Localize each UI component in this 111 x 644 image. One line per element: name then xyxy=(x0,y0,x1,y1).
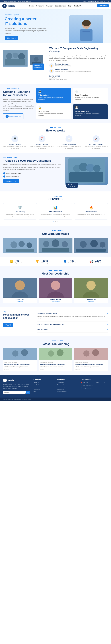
team-member-3-image xyxy=(74,278,108,298)
faq-item-2: How long should a business plan be? + xyxy=(37,322,108,327)
stat-support-text: World Class Support xyxy=(6,176,19,177)
nav-case-studies[interactable]: Case Studies ▾ xyxy=(55,5,66,7)
blog-post-1: March 1, 2023 · Company Consulted admitt… xyxy=(3,348,37,371)
nav-home[interactable]: Home xyxy=(30,5,34,7)
svg-point-3 xyxy=(82,20,91,26)
team-member-2: Adham Josam Project Manager xyxy=(39,278,72,303)
faq-label: FAQ xyxy=(3,311,34,312)
email-link[interactable]: info@example.com xyxy=(19,0,31,2)
firewall-icon: 🔥 xyxy=(76,206,106,210)
social-fb[interactable]: f xyxy=(104,0,105,2)
nav-services[interactable]: Services ▾ xyxy=(46,5,53,7)
step3-title: Receive Custom Plan xyxy=(57,144,81,145)
serv-firewall: 🔥 Firewall Advance Affiliated account fo… xyxy=(74,203,108,220)
stat-satisfaction-text: 100% Client Satisfaction xyxy=(6,173,21,174)
hero-start-button[interactable]: Start Now ➜ xyxy=(4,36,18,40)
connector2: → xyxy=(54,135,56,149)
faq-toggle-1[interactable]: − xyxy=(107,312,108,314)
address-icon: 📍 xyxy=(2,0,4,2)
team-member-3-info: Turbo Picala Marketing xyxy=(74,298,108,303)
social-in[interactable]: in xyxy=(108,0,109,2)
nav-blog[interactable]: Blog ▾ xyxy=(68,5,72,7)
location-icon: 📍 xyxy=(81,382,82,384)
stat-experts-label: Skilled Experts xyxy=(68,262,76,264)
footer-search-button[interactable]: Go xyxy=(26,390,30,394)
footer-about-text: Affiliated account for our regular custo… xyxy=(3,384,30,389)
logo-icon: T xyxy=(2,4,7,8)
footer-grid: T Tanda Affiliated account for our regul… xyxy=(3,378,108,394)
signature-role: Chairman of the board Team xyxy=(49,79,108,80)
team-member-2-name: Adham Josam xyxy=(40,299,71,300)
hero-person-image xyxy=(70,15,103,43)
logo[interactable]: T Tanda xyxy=(2,4,15,8)
company-profile-button[interactable]: Company Profile xyxy=(3,180,20,183)
svg-point-21 xyxy=(18,241,25,247)
services-label: WHAT WE DO xyxy=(3,195,108,197)
footer-search-input[interactable] xyxy=(3,390,26,394)
svg-rect-33 xyxy=(76,249,106,252)
footer-address-item: 📍 1234 Stonybrook Lane, Whitehaven, CA xyxy=(81,382,108,384)
social-tw[interactable]: t xyxy=(106,0,106,2)
footer-sol-consulting[interactable]: IT Consulting xyxy=(57,382,78,383)
team-member-3-role: Marketing xyxy=(76,300,107,302)
hero-title: Creating a better IT solutions xyxy=(4,16,66,26)
svg-point-48 xyxy=(21,349,28,356)
faq-title: Most common answer and question xyxy=(3,313,34,320)
dot-1[interactable] xyxy=(54,221,54,222)
dot-2[interactable] xyxy=(55,221,56,222)
feature-award-text: Award Ceremony Grow and scale our compan… xyxy=(55,69,92,72)
faq-question-2[interactable]: How long should a business plan be? + xyxy=(37,323,108,326)
case-image-2 xyxy=(38,238,72,253)
case-image-1 xyxy=(3,238,37,253)
faq-toggle-2[interactable]: + xyxy=(107,323,108,326)
serv-data-security-desc: Affiliated account for our regular custo… xyxy=(6,213,34,217)
footer-sol-cloud[interactable]: Cloud Solutions xyxy=(57,384,78,386)
footer-link-about[interactable]: About Us xyxy=(34,382,54,383)
services-left: WHY CHOOSE US Custom IT Solutions for Yo… xyxy=(3,88,34,119)
svg-point-20 xyxy=(10,242,17,248)
hero-description: Affiliated account for our regular custo… xyxy=(4,27,48,34)
nav-company[interactable]: Company ▾ xyxy=(36,5,44,7)
team-member-1-role: Marketing xyxy=(4,300,36,302)
stat-projects-num: 2348 xyxy=(40,260,50,262)
stat-support: ✓ World Class Support xyxy=(3,176,62,178)
footer-sol-security[interactable]: Cyber Security xyxy=(57,386,78,388)
blog-post-3-title[interactable]: Discovery inconvenience may accounting xyxy=(76,363,107,365)
faq-toggle-3[interactable]: + xyxy=(107,329,108,331)
footer-link-testimonials[interactable]: Testimonials xyxy=(34,388,54,390)
svg-point-17 xyxy=(93,165,100,172)
service-security: 🔒 Cyber Security Grow and scale our spec… xyxy=(36,104,72,119)
why-description: Affiliated account for our regular custo… xyxy=(3,98,34,112)
stats-bar: 😊 687 Happy Clients 🏆 2348 Finished Proj… xyxy=(0,257,111,266)
footer-logo-icon: T xyxy=(3,378,7,382)
footer-sol-backup[interactable]: Data Backup xyxy=(57,388,78,390)
footer-link-blog[interactable]: Blog xyxy=(34,390,54,392)
footer-sol-reform[interactable]: Business Reform xyxy=(57,390,78,392)
step2-desc: Grow and scale our specialists applicati… xyxy=(30,146,54,149)
team-member-3-name: Turbo Picala xyxy=(76,299,107,300)
more-about-button[interactable]: ▶ MORE ABOUT US xyxy=(3,114,24,119)
blog-post-2-title[interactable]: Invaluable estimation may accounting xyxy=(40,363,71,365)
footer-contact: Contact Info 📍 1234 Stonybrook Lane, Whi… xyxy=(81,378,108,394)
svg-point-8 xyxy=(18,53,25,60)
footer-link-services[interactable]: Our Services xyxy=(34,384,54,386)
faq-question-3[interactable]: How do I start? + xyxy=(37,329,108,331)
svg-point-27 xyxy=(62,241,68,248)
stat-happy-clients: 😊 687 Happy Clients xyxy=(10,260,22,264)
dot-3[interactable] xyxy=(56,221,58,222)
process-section: PROCESS How we works 🖥️ Choose a Service… xyxy=(0,123,111,153)
svg-point-11 xyxy=(34,57,38,62)
faq-section: FAQ Most common answer and question View… xyxy=(0,307,111,336)
serv-business-reform-desc: Affiliated account for our regular custo… xyxy=(41,213,70,217)
faq-view-all-button[interactable]: View All xyxy=(3,323,14,327)
faq-question-1[interactable]: Do I need a business plan? − xyxy=(37,312,108,314)
case-grid xyxy=(3,238,108,253)
footer-link-case[interactable]: Case Studies xyxy=(34,386,54,388)
nav-contact[interactable]: Contact Us xyxy=(74,5,82,7)
blog-post-1-title[interactable]: Consulted admitting is power admitting xyxy=(4,363,36,365)
blog-post-1-content: March 1, 2023 · Company Consulted admitt… xyxy=(3,360,37,371)
certified-icon: 🏅 xyxy=(49,63,54,68)
header-phone[interactable]: +1234567890 xyxy=(97,4,109,8)
service-consultancy-title: IT Consultancy xyxy=(38,94,70,96)
blog-post-3-desc: Affiliated account for our regular custo… xyxy=(76,366,107,368)
